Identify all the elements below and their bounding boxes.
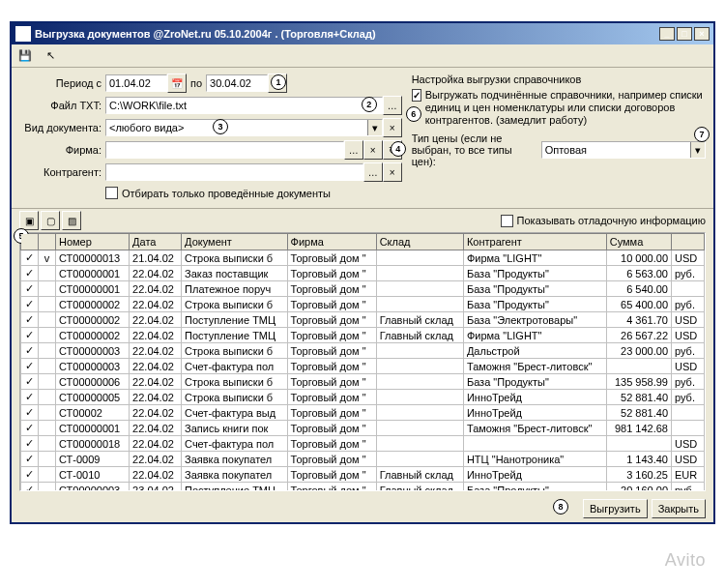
doctype-value: <любого вида> bbox=[106, 122, 367, 133]
table-row[interactable]: ✓СТ0000000323.04.02Поступление ТМЦТоргов… bbox=[21, 483, 705, 492]
select-none-button[interactable]: ▢ bbox=[41, 211, 60, 230]
contragent-input[interactable] bbox=[105, 163, 363, 181]
cell: Строка выписки б bbox=[182, 343, 288, 359]
cell: СТ00000013 bbox=[56, 250, 130, 266]
table-row[interactable]: ✓СТ0000000122.04.02Платежное поручТоргов… bbox=[21, 281, 705, 297]
cell: Торговый дом " bbox=[287, 343, 376, 359]
period-from-input[interactable] bbox=[105, 74, 167, 92]
column-header[interactable] bbox=[672, 234, 705, 250]
app-icon bbox=[15, 26, 31, 42]
table-row[interactable]: ✓СТ0000000122.04.02Запись книги покТорго… bbox=[21, 421, 705, 436]
cell: ✓ bbox=[21, 343, 39, 359]
show-debug-check[interactable]: Показывать отладочную информацию bbox=[501, 215, 706, 227]
column-header[interactable] bbox=[21, 234, 39, 250]
cell: ✓ bbox=[21, 359, 39, 374]
filter-form: Период с 📅 по 📅 1 Файл TXT: … 2 Вид доку… bbox=[19, 74, 402, 204]
firm-browse-button[interactable]: … bbox=[344, 140, 363, 160]
checkbox-icon bbox=[105, 187, 118, 199]
invert-select-button[interactable]: ▨ bbox=[62, 211, 81, 230]
cell bbox=[376, 452, 463, 467]
sub-dict-check[interactable]: ✓ Выгружать подчинённые справочники, нап… bbox=[412, 89, 706, 127]
file-label: Файл TXT: bbox=[19, 100, 102, 111]
cell: Поступление ТМЦ bbox=[182, 312, 288, 328]
file-browse-button[interactable]: … bbox=[383, 96, 402, 115]
cell: USD bbox=[672, 452, 705, 467]
table-row[interactable]: ✓СТ0000000222.04.02Строка выписки бТорго… bbox=[21, 297, 705, 312]
window-title: Выгрузка документов @ZroNet.ru 05.10.200… bbox=[35, 28, 659, 40]
table-row[interactable]: ✓СТ0000222.04.02Счет-фактура выдТорговый… bbox=[21, 405, 705, 421]
table-row[interactable]: ✓vСТ0000001321.04.02Строка выписки бТорг… bbox=[21, 250, 705, 266]
cell: ✓ bbox=[21, 405, 39, 421]
table-row[interactable]: ✓СТ0000000522.04.02Строка выписки бТорго… bbox=[21, 390, 705, 405]
cell: v bbox=[39, 250, 56, 266]
file-input[interactable] bbox=[105, 97, 383, 114]
minimize-button[interactable]: _ bbox=[659, 27, 675, 41]
table-row[interactable]: ✓СТ-001022.04.02Заявка покупателТорговый… bbox=[21, 467, 705, 483]
cell: ИнноТрейд bbox=[463, 390, 606, 405]
doctype-combo[interactable]: <любого вида> ▾ bbox=[105, 119, 383, 136]
cell: Торговый дом " bbox=[287, 266, 376, 281]
price-type-combo[interactable]: Оптовая ▾ bbox=[541, 141, 706, 159]
export-button[interactable]: Выгрузить bbox=[583, 499, 648, 518]
cell: руб. bbox=[672, 374, 705, 390]
column-header[interactable] bbox=[39, 234, 56, 250]
chevron-down-icon[interactable]: ▾ bbox=[367, 120, 382, 135]
cell: 22.04.02 bbox=[130, 328, 182, 343]
cell: Заявка покупател bbox=[182, 452, 288, 467]
column-header[interactable]: Фирма bbox=[287, 234, 376, 250]
close-window-button[interactable]: × bbox=[694, 27, 710, 41]
table-row[interactable]: ✓СТ-000922.04.02Заявка покупателТорговый… bbox=[21, 452, 705, 467]
cell: СТ00000003 bbox=[56, 343, 130, 359]
price-type-value: Оптовая bbox=[542, 144, 690, 156]
cell: Торговый дом " bbox=[287, 452, 376, 467]
cell: 6 540.00 bbox=[606, 281, 671, 297]
table-row[interactable]: ✓СТ0000000322.04.02Счет-фактура полТорго… bbox=[21, 359, 705, 374]
cell: 22.04.02 bbox=[130, 374, 182, 390]
contragent-clear-button[interactable]: × bbox=[383, 162, 402, 182]
table-row[interactable]: ✓СТ0000000222.04.02Поступление ТМЦТоргов… bbox=[21, 328, 705, 343]
callout-1: 1 bbox=[271, 74, 286, 90]
chevron-down-icon[interactable]: ▾ bbox=[690, 142, 705, 158]
documents-grid[interactable]: НомерДатаДокументФирмаСкладКонтрагентСум… bbox=[19, 232, 706, 491]
cell: Дальстрой bbox=[463, 343, 606, 359]
table-row[interactable]: ✓СТ0000000622.04.02Строка выписки бТорго… bbox=[21, 374, 705, 390]
column-header[interactable]: Дата bbox=[130, 234, 182, 250]
cell bbox=[376, 250, 463, 266]
cell: Торговый дом " bbox=[287, 421, 376, 436]
only-posted-label: Отбирать только проведённые документы bbox=[122, 188, 331, 199]
cell: USD bbox=[672, 359, 705, 374]
contragent-browse-button[interactable]: … bbox=[363, 162, 383, 182]
table-row[interactable]: ✓СТ0000000122.04.02Заказ поставщикТоргов… bbox=[21, 266, 705, 281]
cell: руб. bbox=[672, 297, 705, 312]
cell: 22.04.02 bbox=[130, 452, 182, 467]
firm-clear-button[interactable]: × bbox=[363, 140, 383, 160]
firm-input[interactable] bbox=[105, 141, 344, 159]
cell: ✓ bbox=[21, 436, 39, 452]
cell: Запись книги пок bbox=[182, 421, 288, 436]
table-row[interactable]: ✓СТ0000000222.04.02Поступление ТМЦТоргов… bbox=[21, 312, 705, 328]
cell: 22.04.02 bbox=[130, 405, 182, 421]
table-row[interactable]: ✓СТ0000001822.04.02Счет-фактура полТорго… bbox=[21, 436, 705, 452]
close-button[interactable]: Закрыть bbox=[652, 499, 706, 518]
column-header[interactable]: Склад bbox=[376, 234, 463, 250]
period-from-picker-icon[interactable]: 📅 bbox=[167, 74, 187, 93]
table-row[interactable]: ✓СТ0000000322.04.02Строка выписки бТорго… bbox=[21, 343, 705, 359]
column-header[interactable]: Номер bbox=[56, 234, 130, 250]
toolbar-save-icon[interactable]: 💾 bbox=[15, 46, 35, 66]
column-header[interactable]: Контрагент bbox=[463, 234, 606, 250]
cell: Торговый дом " bbox=[287, 250, 376, 266]
only-posted-check[interactable]: Отбирать только проведённые документы bbox=[105, 187, 331, 199]
doctype-clear-button[interactable]: × bbox=[383, 118, 402, 137]
column-header[interactable]: Сумма bbox=[606, 234, 671, 250]
period-to-input[interactable] bbox=[206, 74, 268, 92]
cell: СТ00000005 bbox=[56, 390, 130, 405]
cell: 135 958.99 bbox=[606, 374, 671, 390]
cell bbox=[39, 266, 56, 281]
maximize-button[interactable]: □ bbox=[677, 27, 692, 41]
firm-label: Фирма: bbox=[19, 144, 102, 156]
select-all-button[interactable]: ▣ bbox=[19, 211, 39, 230]
cell: 21.04.02 bbox=[130, 250, 182, 266]
column-header[interactable]: Документ bbox=[182, 234, 288, 250]
cell: Торговый дом " bbox=[287, 467, 376, 483]
toolbar-cursor-icon[interactable]: ↖ bbox=[41, 46, 60, 66]
